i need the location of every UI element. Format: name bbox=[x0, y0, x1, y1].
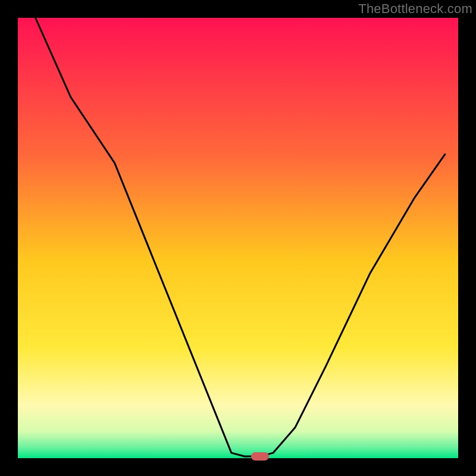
plot-background bbox=[18, 18, 458, 458]
minimum-marker bbox=[251, 452, 269, 461]
chart-container: TheBottleneck.com bbox=[0, 0, 476, 476]
chart-svg bbox=[0, 0, 476, 476]
watermark-text: TheBottleneck.com bbox=[358, 1, 472, 17]
